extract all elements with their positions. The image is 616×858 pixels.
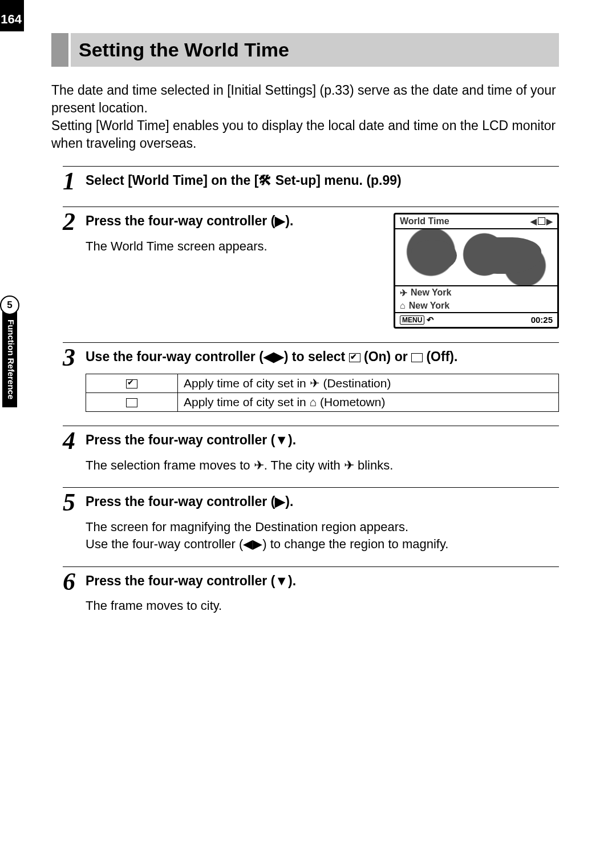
step-1: 1 Select [World Time] on the [🛠 Set-up] … <box>63 166 559 193</box>
step-number: 2 <box>63 211 86 233</box>
chapter-label: Function Reference <box>2 311 17 407</box>
checked-box-icon <box>126 379 137 388</box>
lcd-world-map <box>395 229 557 286</box>
step-4: 4 Press the four-way controller (▼). The… <box>63 426 559 474</box>
chapter-side-tab: 5 Function Reference <box>0 296 19 407</box>
table-row: Apply time of city set in ✈ (Destination… <box>86 374 559 392</box>
step-3: 3 Use the four-way controller (◀▶) to se… <box>63 342 559 412</box>
step-title: Select [World Time] on the [🛠 Set-up] me… <box>86 172 559 189</box>
lcd-selector-icon: ◀▶ <box>530 217 553 226</box>
step-2: 2 Press the four-way controller (▶). The… <box>63 207 559 329</box>
option-description: Apply time of city set in ⌂ (Hometown) <box>178 392 559 411</box>
option-description: Apply time of city set in ✈ (Destination… <box>178 374 559 392</box>
step-description: The frame moves to city. <box>86 597 559 614</box>
intro-paragraph: The date and time selected in [Initial S… <box>51 82 559 152</box>
checked-box-icon <box>349 353 360 362</box>
step-5: 5 Press the four-way controller (▶). The… <box>63 487 559 552</box>
empty-box-icon <box>411 353 423 362</box>
lcd-home-city: New York <box>409 301 449 311</box>
plane-icon: ✈ <box>400 288 407 298</box>
empty-box-icon <box>126 398 137 407</box>
step-title: Press the four-way controller (▼). <box>86 573 559 590</box>
step-title: Use the four-way controller (◀▶) to sele… <box>86 349 559 366</box>
home-icon: ⌂ <box>400 301 406 311</box>
lcd-screenshot: World Time ◀▶ ✈ New York ⌂ New York MENU <box>394 213 559 329</box>
step-number: 3 <box>63 346 86 369</box>
step-number: 1 <box>63 170 86 193</box>
step-description: The screen for magnifying the Destinatio… <box>86 519 559 552</box>
step-number: 6 <box>63 570 86 593</box>
options-table: Apply time of city set in ✈ (Destination… <box>86 374 559 412</box>
step-description: The selection frame moves to ✈. The city… <box>86 457 559 474</box>
table-row: Apply time of city set in ⌂ (Hometown) <box>86 392 559 411</box>
lcd-destination-city: New York <box>411 288 451 298</box>
lcd-menu-label: MENU <box>400 315 424 325</box>
section-title: Setting the World Time <box>79 39 551 61</box>
step-title: Press the four-way controller (▶). <box>86 213 383 230</box>
manual-page: 164 5 Function Reference Setting the Wor… <box>0 0 616 858</box>
step-number: 4 <box>63 430 86 452</box>
return-icon: ↶ <box>427 315 434 325</box>
section-title-bar: Setting the World Time <box>51 33 559 67</box>
lcd-title: World Time <box>400 216 449 226</box>
page-number: 164 <box>0 0 24 31</box>
step-title: Press the four-way controller (▼). <box>86 432 559 449</box>
lcd-time: 00:25 <box>531 315 553 325</box>
step-title: Press the four-way controller (▶). <box>86 493 559 511</box>
step-number: 5 <box>63 491 86 514</box>
title-stub <box>51 33 68 67</box>
step-6: 6 Press the four-way controller (▼). The… <box>63 566 559 615</box>
chapter-number-badge: 5 <box>0 296 19 315</box>
step-description: The World Time screen appears. <box>86 238 383 255</box>
